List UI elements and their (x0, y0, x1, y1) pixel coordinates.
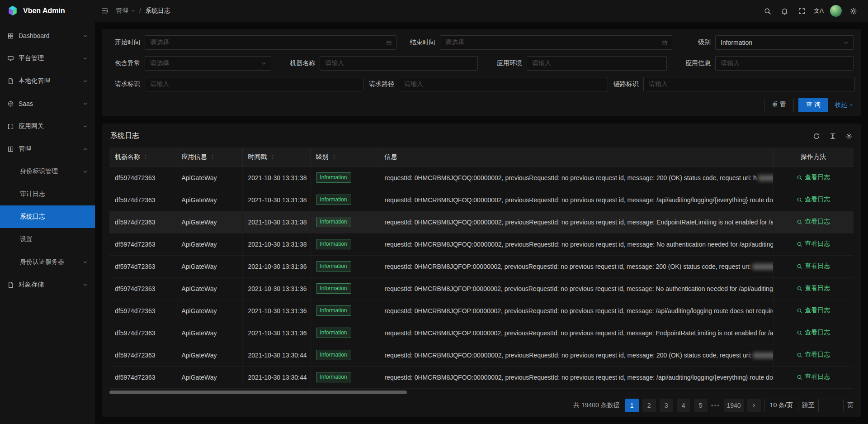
sidebar-item-dashboard[interactable]: Dashboard (0, 24, 95, 47)
breadcrumb-item-manage[interactable]: 管理 (116, 7, 135, 15)
sidebar-item-system-log[interactable]: 系统日志 (0, 205, 95, 228)
search-icon (797, 219, 802, 225)
sort-icon (210, 154, 215, 160)
sidebar-item-platform[interactable]: 平台管理 (0, 47, 95, 70)
view-log-link[interactable]: 查看日志 (797, 351, 830, 359)
menu-fold-icon[interactable] (101, 7, 108, 14)
message-cell: requestId: 0HMCRBM8JQFOP:00000002, previ… (379, 255, 773, 277)
sidebar-item-label: 设置 (20, 235, 33, 243)
collapse-link[interactable]: 收起 (835, 101, 854, 109)
settings-button[interactable] (844, 0, 862, 22)
view-log-link[interactable]: 查看日志 (797, 218, 830, 226)
next-page-button[interactable] (747, 399, 761, 412)
search-button[interactable] (759, 0, 776, 22)
column-label: 操作方法 (801, 153, 826, 161)
table-title: 系统日志 (110, 131, 139, 141)
sidebar-item-saas[interactable]: Saas (0, 92, 95, 115)
app-info-cell: ApiGateWay (176, 277, 242, 300)
view-log-link[interactable]: 查看日志 (797, 173, 830, 181)
column-header-级别[interactable]: 级别 (310, 148, 379, 167)
app-info-cell: ApiGateWay (176, 344, 242, 366)
action-cell: 查看日志 (773, 344, 854, 366)
page-button-4[interactable]: 4 (677, 399, 690, 412)
sort-icon (331, 154, 337, 160)
message-text: requestId: 0HMCRBM8JQFOP:00000002, previ… (385, 329, 774, 337)
reset-button[interactable]: 重 置 (764, 98, 794, 112)
view-log-link[interactable]: 查看日志 (797, 373, 830, 381)
request-path-input[interactable]: 请输入 (399, 77, 608, 91)
timestamp-cell: 2021-10-30 13:31:38 (242, 167, 310, 189)
machine-name-cell: df5974d72363 (109, 300, 176, 322)
fullscreen-icon (798, 7, 806, 15)
sidebar-item-label: 本地化管理 (19, 77, 50, 85)
message-cell: requestId: 0HMCRBM8JQFOQ:00000002, previ… (379, 211, 773, 233)
column-header-应用信息[interactable]: 应用信息 (176, 148, 242, 167)
message-cell: requestId: 0HMCRBM8JQFOO:00000002, previ… (379, 366, 773, 388)
topbar-actions: 文A (759, 0, 862, 22)
column-height-icon[interactable] (829, 133, 836, 140)
avatar[interactable] (827, 0, 844, 22)
sidebar-item-gateway[interactable]: 应用网关 (0, 115, 95, 138)
app-info-cell: ApiGateWay (176, 322, 242, 344)
sidebar-submenu-manage: 身份标识管理审计日志系统日志设置身份认证服务器 (0, 160, 95, 273)
column-label: 信息 (385, 153, 397, 161)
page-button-5[interactable]: 5 (694, 399, 708, 412)
page-button-3[interactable]: 3 (660, 399, 673, 412)
level-badge: Information (316, 172, 351, 183)
page-button-1940[interactable]: 1940 (724, 399, 743, 412)
search-icon (797, 175, 802, 181)
app-env-input[interactable]: 请输入 (527, 56, 667, 71)
avatar (830, 5, 842, 17)
view-log-link[interactable]: 查看日志 (797, 329, 830, 337)
view-log-link[interactable]: 查看日志 (797, 262, 830, 270)
table-row: df5974d72363ApiGateWay2021-10-30 13:30:4… (109, 344, 854, 366)
translate-icon: 文A (814, 7, 824, 15)
sidebar-item-identity-management[interactable]: 身份标识管理 (0, 160, 95, 183)
sidebar-item-manage[interactable]: 管理 (0, 138, 95, 160)
machine-name-cell: df5974d72363 (109, 189, 176, 211)
view-log-link[interactable]: 查看日志 (797, 284, 830, 292)
sidebar-item-object-storage[interactable]: 对象存储 (0, 273, 95, 296)
message-text: requestId: 0HMCRBM8JQFOQ:00000002, previ… (385, 219, 774, 226)
trace-id-input[interactable]: 请输入 (643, 77, 855, 91)
fullscreen-button[interactable] (793, 0, 810, 22)
message-text: requestId: 0HMCRBM8JQFOQ:00000002, previ… (385, 241, 774, 248)
view-log-label: 查看日志 (805, 195, 830, 204)
search-button[interactable]: 查 询 (798, 98, 828, 112)
page-button-2[interactable]: 2 (642, 399, 656, 412)
search-icon (797, 374, 802, 380)
view-log-link[interactable]: 查看日志 (797, 195, 830, 204)
sidebar-item-label: 平台管理 (19, 54, 44, 62)
machine-name-cell: df5974d72363 (109, 167, 176, 189)
page-ellipsis[interactable]: ••• (711, 402, 721, 409)
end-time-date-input[interactable]: 请选择 (440, 35, 672, 50)
notification-button[interactable] (776, 0, 793, 22)
table-settings-gear-icon[interactable] (845, 133, 853, 140)
include-exception-select[interactable]: 请选择 (145, 56, 271, 71)
search-icon (797, 241, 802, 247)
sidebar-item-audit-log[interactable]: 审计日志 (0, 183, 95, 205)
column-header-机器名称[interactable]: 机器名称 (109, 148, 176, 167)
page-size-select[interactable]: 10 条/页 (764, 399, 798, 412)
jump-page-input[interactable] (818, 399, 844, 412)
app-info-input[interactable]: 请输入 (715, 56, 854, 71)
horizontal-scrollbar-thumb[interactable] (109, 391, 407, 394)
start-time-date-input[interactable]: 请选择 (145, 35, 396, 50)
level-select[interactable]: Information (715, 35, 854, 50)
refresh-icon[interactable] (813, 133, 820, 140)
translate-button[interactable]: 文A (810, 0, 827, 22)
sidebar-item-localization[interactable]: 本地化管理 (0, 70, 95, 92)
column-header-时间戳[interactable]: 时间戳 (242, 148, 310, 167)
machine-name-input[interactable]: 请输入 (320, 56, 478, 71)
page-button-1[interactable]: 1 (625, 399, 639, 412)
breadcrumb: 管理 / 系统日志 (116, 7, 170, 15)
field-label: 开始时间 (109, 38, 140, 47)
request-id-input[interactable]: 请输入 (145, 77, 363, 91)
redacted-text (753, 353, 773, 358)
field-placeholder: 请输入 (325, 59, 344, 67)
view-log-link[interactable]: 查看日志 (797, 240, 830, 248)
sidebar-item-settings[interactable]: 设置 (0, 228, 95, 251)
app-logo[interactable]: Vben Admin (0, 0, 95, 22)
sidebar-item-identity-server[interactable]: 身份认证服务器 (0, 251, 95, 273)
view-log-link[interactable]: 查看日志 (797, 306, 830, 314)
